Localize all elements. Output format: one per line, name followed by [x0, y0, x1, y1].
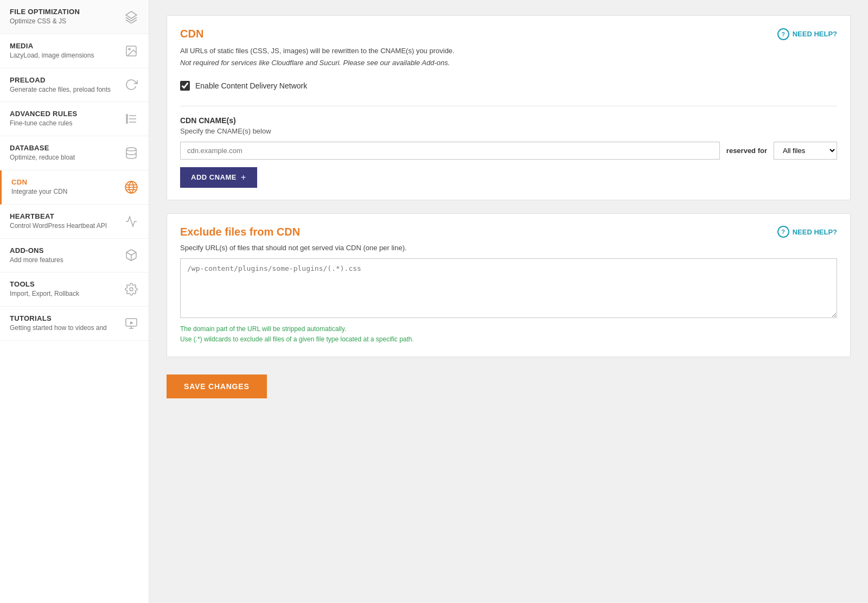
- main-content: CDN ? NEED HELP? All URLs of static file…: [149, 0, 868, 603]
- enable-cdn-checkbox[interactable]: [180, 81, 190, 91]
- sidebar-item-preload[interactable]: PRELOAD Generate cache files, preload fo…: [0, 68, 149, 103]
- svg-point-12: [126, 148, 136, 151]
- sidebar-item-advanced-rules[interactable]: ADVANCED RULES Fine-tune cache rules: [0, 102, 149, 136]
- svg-rect-10: [126, 118, 127, 120]
- enable-cdn-row: Enable Content Delivery Network: [180, 75, 837, 96]
- exclude-need-help-link[interactable]: ? NEED HELP?: [777, 226, 837, 238]
- files-select[interactable]: All files Images only CSS & JS: [774, 142, 837, 160]
- sidebar-item-media[interactable]: MEDIA LazyLoad, image dimensions: [0, 34, 149, 68]
- cname-input[interactable]: [180, 142, 720, 160]
- svg-point-2: [129, 48, 130, 50]
- layers-icon: [124, 9, 139, 24]
- hint-line-2: Use (.*) wildcards to exclude all files …: [180, 334, 837, 345]
- sidebar-item-database[interactable]: DATABASE Optimize, reduce bloat: [0, 136, 149, 170]
- plus-icon: +: [241, 173, 246, 182]
- sidebar-item-cdn[interactable]: CDN Integrate your CDN: [0, 170, 149, 205]
- hint-line-1: The domain part of the URL will be strip…: [180, 324, 837, 334]
- svg-point-16: [130, 288, 133, 291]
- heartbeat-icon: [124, 214, 139, 229]
- cname-section: CDN CNAME(s) Specify the CNAME(s) below …: [180, 116, 837, 188]
- sidebar: FILE OPTIMIZATION Optimize CSS & JS MEDI…: [0, 0, 149, 603]
- save-changes-button[interactable]: SAVE CHANGES: [167, 375, 267, 398]
- exclude-textarea[interactable]: [180, 258, 837, 318]
- svg-rect-9: [126, 115, 127, 117]
- exclude-description: Specify URL(s) of files that should not …: [180, 244, 837, 252]
- cdn-card: CDN ? NEED HELP? All URLs of static file…: [167, 15, 851, 200]
- tutorials-icon: [124, 316, 139, 331]
- svg-rect-11: [126, 121, 127, 123]
- image-icon: [124, 43, 139, 59]
- cdn-description: All URLs of static files (CSS, JS, image…: [180, 46, 837, 56]
- addons-icon: [124, 247, 139, 263]
- cdn-need-help-link[interactable]: ? NEED HELP?: [777, 28, 837, 40]
- sidebar-item-file-optimization[interactable]: FILE OPTIMIZATION Optimize CSS & JS: [0, 0, 149, 34]
- sidebar-item-add-ons[interactable]: ADD-ONS Add more features: [0, 239, 149, 273]
- cdn-header: CDN ? NEED HELP?: [180, 28, 837, 40]
- cname-input-row: reserved for All files Images only CSS &…: [180, 142, 837, 160]
- sidebar-item-tools[interactable]: TOOLS Import, Export, Rollback: [0, 272, 149, 307]
- reserved-for-label: reserved for: [726, 147, 767, 155]
- exclude-hints: The domain part of the URL will be strip…: [180, 324, 837, 345]
- exclude-title: Exclude files from CDN: [180, 226, 300, 238]
- list-icon: [124, 111, 139, 126]
- help-circle-icon: ?: [777, 28, 789, 40]
- enable-cdn-label[interactable]: Enable Content Delivery Network: [195, 81, 307, 90]
- database-icon: [124, 145, 139, 161]
- svg-marker-0: [126, 11, 137, 18]
- add-cname-button[interactable]: ADD CNAME +: [180, 167, 257, 188]
- refresh-icon: [124, 77, 139, 92]
- exclude-cdn-card: Exclude files from CDN ? NEED HELP? Spec…: [167, 213, 851, 357]
- cdn-title: CDN: [180, 28, 203, 40]
- sidebar-item-heartbeat[interactable]: HEARTBEAT Control WordPress Heartbeat AP…: [0, 205, 149, 239]
- cdn-icon: [124, 180, 139, 195]
- tools-icon: [124, 282, 139, 297]
- help-circle-icon-2: ?: [777, 226, 789, 238]
- cname-title: CDN CNAME(s): [180, 116, 837, 125]
- sidebar-item-tutorials[interactable]: TUTORIALS Getting started how to videos …: [0, 307, 149, 341]
- svg-marker-18: [130, 321, 133, 325]
- cname-subtitle: Specify the CNAME(s) below: [180, 127, 837, 135]
- exclude-header: Exclude files from CDN ? NEED HELP?: [180, 226, 837, 238]
- section-divider: [180, 106, 837, 106]
- cdn-description-italic: Not required for services like Cloudflar…: [180, 59, 837, 67]
